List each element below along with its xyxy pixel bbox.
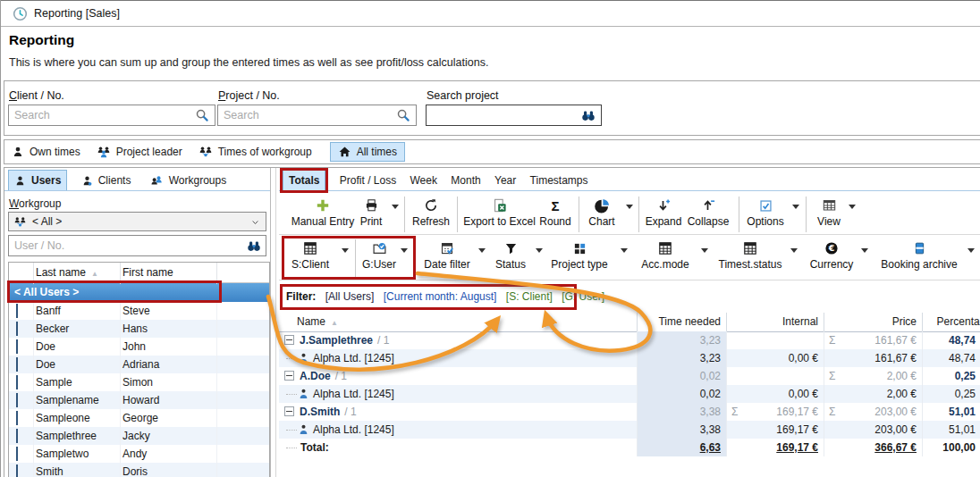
tab-project-leader[interactable]: Project leader (97, 146, 182, 158)
checkbox[interactable] (16, 375, 18, 389)
list-item[interactable]: BeckerHans (9, 320, 269, 338)
collapse-expander-icon[interactable] (284, 406, 294, 416)
booking-archive-button[interactable]: Booking archive (874, 240, 964, 271)
client-search-input[interactable] (8, 105, 215, 126)
list-item[interactable]: DoeJohn (9, 338, 269, 356)
tab-times-of-workgroup[interactable]: Times of workgroup (199, 146, 312, 158)
sort-client-button[interactable]: S:Client (288, 240, 333, 271)
sidebar-tab-clients[interactable]: Clients (76, 171, 137, 190)
sort-asc-icon: ▲ (331, 319, 338, 327)
column-header-percentage[interactable]: Percentage (923, 313, 980, 332)
filter-sort-value[interactable]: [S: Client] (506, 290, 553, 303)
currency-dropdown-caret[interactable] (861, 248, 868, 253)
tab-all-times[interactable]: All times (330, 142, 405, 162)
checkbox[interactable] (16, 357, 18, 372)
chart-button[interactable]: Chart (583, 197, 621, 228)
tab-totals[interactable]: Totals (283, 170, 325, 191)
column-header-price[interactable]: Price (824, 313, 923, 332)
sort-client-dropdown-caret[interactable] (342, 248, 349, 253)
timest-status-button[interactable]: Timest.status (714, 240, 786, 271)
checkbox[interactable] (16, 393, 18, 407)
report-row-parent[interactable]: D.Smith/ 1 3,38 Σ169,17 € Σ203,00 € 51,0… (279, 403, 980, 421)
tab-own-times[interactable]: Own times (12, 146, 80, 158)
collapse-button[interactable]: Collapse (683, 197, 733, 228)
report-row-total[interactable]: Total: 6,63 169,17 € 366,67 € 100,00 (279, 439, 980, 456)
project-search-input[interactable] (217, 105, 417, 126)
status-dropdown-caret[interactable] (536, 248, 543, 253)
column-header-first-name[interactable]: First name (121, 263, 217, 284)
acc-mode-dropdown-caret[interactable] (701, 248, 708, 253)
user-search-input[interactable] (8, 235, 266, 256)
view-dropdown-caret[interactable] (849, 205, 856, 209)
tab-year[interactable]: Year (489, 171, 521, 190)
column-header-internal[interactable]: Internal (727, 313, 824, 332)
tab-timestamps[interactable]: Timestamps (525, 171, 594, 190)
export-to-excel-button[interactable]: Export to Excel (461, 197, 537, 228)
chart-dropdown-caret[interactable] (626, 205, 633, 209)
list-item[interactable]: SampletwoAndy (9, 445, 269, 463)
list-item-all-users[interactable]: < All Users > (9, 283, 269, 302)
project-type-button[interactable]: Project type (548, 240, 611, 271)
search-project-input[interactable] (426, 105, 602, 126)
list-item[interactable]: SampleSimon (9, 373, 269, 391)
tree-connector (286, 393, 297, 395)
checkbox[interactable] (16, 339, 18, 354)
manual-entry-button[interactable]: Manual Entry (287, 197, 359, 228)
date-filter-dropdown-caret[interactable] (478, 248, 486, 253)
report-row-child[interactable]: Alpha Ltd. [1245] 3,38 169,17 € 203,00 €… (279, 421, 980, 439)
filter-month-value[interactable]: [Current month: August] (384, 290, 497, 303)
column-header-last-name[interactable]: Last name▲ (34, 263, 121, 284)
list-item[interactable]: SamplenameHoward (9, 391, 269, 409)
list-item[interactable]: DoeAdriana (9, 356, 269, 373)
checkbox[interactable] (16, 464, 18, 477)
toolbar-separator (739, 197, 739, 232)
column-header-time-needed[interactable]: Time needed (638, 313, 727, 332)
filter-users-value[interactable]: [All Users] (325, 290, 375, 303)
tab-week[interactable]: Week (405, 171, 443, 190)
project-type-dropdown-caret[interactable] (621, 248, 628, 253)
report-row-child[interactable]: Alpha Ltd. [1245] 0,02 0,00 € 2,00 € 0,2… (279, 385, 980, 403)
expand-button[interactable]: Expand (642, 197, 685, 228)
list-item[interactable]: BanffSteve (9, 302, 269, 320)
timest-status-dropdown-caret[interactable] (790, 248, 798, 253)
checkbox[interactable] (16, 429, 18, 443)
chevron-down-icon (250, 218, 260, 227)
report-row-parent[interactable]: A.Doe/ 1 0,02 Σ2,00 € 0,25 (279, 367, 980, 385)
tab-month[interactable]: Month (445, 171, 486, 190)
sidebar-tab-workgroups[interactable]: Workgroups (145, 171, 232, 190)
panel-splitter[interactable] (270, 168, 271, 477)
print-button[interactable]: Print (353, 197, 389, 228)
date-filter-button[interactable]: Date filter (418, 240, 476, 271)
group-user-dropdown-caret[interactable] (401, 248, 408, 253)
checkbox[interactable] (16, 322, 18, 336)
refresh-button[interactable]: Refresh (410, 197, 452, 228)
checkbox[interactable] (16, 304, 18, 318)
options-dropdown-caret[interactable] (792, 205, 799, 209)
list-item[interactable]: SamplethreeJacky (9, 427, 269, 445)
currency-button[interactable]: € Currency (807, 240, 857, 271)
report-row-parent[interactable]: J.Samplethree/ 1 3,23 Σ161,67 € 48,74 (279, 331, 980, 349)
options-button[interactable]: Options (744, 197, 787, 228)
filter-group-value[interactable]: [G: User] (562, 290, 604, 303)
print-dropdown-caret[interactable] (392, 205, 399, 209)
booking-archive-dropdown-caret[interactable] (967, 248, 975, 253)
column-header-name[interactable]: Name▲ (279, 313, 638, 332)
report-row-child[interactable]: Alpha Ltd. [1245] 3,23 0,00 € 161,67 € 4… (279, 349, 980, 367)
status-button[interactable]: Status (490, 240, 531, 271)
sidebar-tab-users[interactable]: Users (8, 170, 67, 191)
list-item[interactable]: SampleoneGeorge (9, 409, 269, 427)
round-button[interactable]: Σ Round (536, 197, 574, 228)
collapse-expander-icon[interactable] (284, 371, 294, 381)
workgroup-dropdown[interactable]: < All > (8, 212, 266, 231)
list-item[interactable]: SmithDoris (9, 463, 269, 477)
person-icon (299, 389, 308, 399)
collapse-expander-icon[interactable] (284, 335, 294, 345)
search-icon (396, 108, 410, 122)
sidebar-tab-underline (4, 190, 270, 191)
view-button[interactable]: View (811, 197, 847, 228)
acc-mode-button[interactable]: Acc.mode (637, 240, 694, 271)
checkbox[interactable] (16, 447, 18, 461)
tab-profit-loss[interactable]: Profit / Loss (334, 171, 401, 190)
group-user-button[interactable]: G:User (359, 240, 399, 271)
checkbox[interactable] (16, 411, 18, 425)
